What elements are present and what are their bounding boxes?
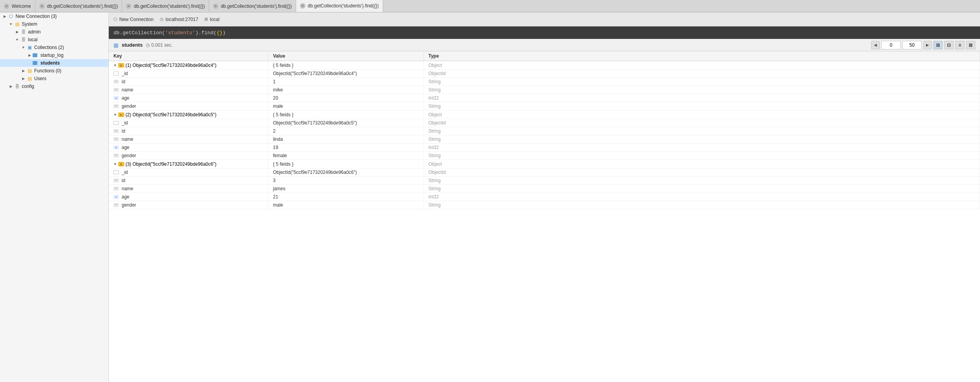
admin-arrow-icon: ▶ (14, 29, 20, 35)
results-bar: ▦ students ◷ 0.001 sec. ◀ ▶ ⊞ ⊟ ≡ ⊠ (109, 39, 980, 51)
field-type-cell: String (424, 135, 980, 144)
table-row: ""namemikeString (109, 86, 980, 94)
query-bar[interactable]: db.getCollection('students').find({}) (109, 26, 980, 39)
tab-1[interactable]: ✕ db.getCollection('students').find({}) (35, 0, 122, 12)
pagination-size-input[interactable] (902, 41, 922, 49)
tab-2[interactable]: ✕ db.getCollection('students').find({}) (122, 0, 209, 12)
field-key-label: ""name (113, 186, 263, 191)
doc-type-cell: Object (424, 160, 980, 168)
table-row: #age20Int32 (109, 94, 980, 102)
field-key-label: _id (113, 71, 263, 76)
table-row: ""id3String (109, 177, 980, 185)
field-type-cell: String (424, 177, 980, 185)
field-type-cell: String (424, 201, 980, 209)
tab-3[interactable]: ✕ db.getCollection('students').find({}) (209, 0, 296, 12)
view-text-button[interactable]: ≡ (955, 41, 964, 49)
field-type-cell: String (424, 102, 980, 110)
pagination-prev-button[interactable]: ◀ (871, 41, 880, 49)
field-key-cell: _id (109, 119, 268, 127)
row-arrow-icon: ▼ (113, 162, 117, 166)
doc-icon: ⊙ (118, 162, 124, 166)
row-expander[interactable]: ▼ ⊙ (3) ObjectId("5ccf9e717320249bde96a0… (113, 161, 216, 167)
sidebar-item-students[interactable]: ▶ students (0, 59, 108, 67)
row-arrow-icon: ▼ (113, 113, 117, 117)
tab-1-label: db.getCollection('students').find({}) (47, 4, 118, 9)
connection-label: New Connection (3) (16, 14, 57, 19)
sidebar-functions-label: Functions (0) (34, 68, 61, 74)
sidebar-item-collections[interactable]: ▼ ▣ Collections (2) (0, 44, 108, 51)
field-value-cell: 19 (268, 144, 424, 152)
tab-4[interactable]: ✕ db.getCollection('students').find({}) (296, 0, 383, 12)
field-str-icon: "" (113, 129, 119, 133)
connection-name: ⬡ New Connection (113, 17, 153, 22)
field-key-label: ""id (113, 79, 263, 84)
field-num-icon: # (113, 195, 119, 199)
tab-3-close-icon[interactable]: ✕ (213, 4, 218, 9)
field-key-cell: ""id (109, 177, 268, 185)
field-key-label: ""gender (113, 153, 263, 158)
sidebar-admin-label: admin (28, 29, 41, 35)
field-value-cell: james (268, 185, 424, 193)
db-icon: ⊞ (204, 17, 208, 22)
table-row: ""namejamesString (109, 185, 980, 193)
database-name: ⊞ local (204, 17, 220, 22)
sidebar-item-startup-log[interactable]: ▶ startup_log (0, 51, 108, 59)
field-str-icon: "" (113, 137, 119, 141)
query-brace: {} (216, 30, 223, 36)
doc-type-cell: Object (424, 61, 980, 70)
admin-db-icon: 🗄 (20, 29, 26, 35)
tab-welcome[interactable]: ✕ Welcome (0, 0, 35, 12)
connection-icon: ⬡ (8, 13, 14, 19)
doc-key-label: (2) ObjectId("5ccf9e717320249bde96a0c5") (126, 112, 216, 117)
tab-4-label: db.getCollection('students').find({}) (308, 3, 379, 9)
field-key-cell: #age (109, 94, 268, 102)
clock-icon: ◷ (146, 42, 150, 48)
tab-2-label: db.getCollection('students').find({}) (134, 4, 205, 9)
sidebar-startup-log-label: startup_log (40, 53, 63, 58)
field-key-label: _id (113, 120, 263, 126)
results-time: ◷ 0.001 sec. (146, 42, 173, 48)
field-str-icon: "" (113, 187, 119, 191)
results-info: ▦ students ◷ 0.001 sec. (113, 42, 868, 48)
view-table-button[interactable]: ⊞ (933, 41, 943, 49)
system-folder-icon: ▤ (14, 21, 20, 27)
startup-log-arrow-icon: ▶ (26, 52, 33, 58)
sidebar-item-admin[interactable]: ▶ 🗄 admin (0, 28, 108, 36)
view-custom-button[interactable]: ⊠ (966, 41, 975, 49)
view-tree-button[interactable]: ⊟ (944, 41, 954, 49)
tab-4-close-icon[interactable]: ✕ (300, 3, 305, 9)
sidebar-item-functions[interactable]: ▶ ▤ Functions (0) (0, 67, 108, 75)
field-key-label: ""id (113, 128, 263, 134)
field-key-cell: ""name (109, 86, 268, 94)
server-address: ◷ localhost:27017 (160, 17, 198, 22)
field-str-icon: "" (113, 88, 119, 92)
query-text: db.getCollection('students').find({}) (113, 30, 226, 36)
pagination-start-input[interactable] (881, 41, 901, 49)
field-key-cell: ""gender (109, 201, 268, 209)
tab-3-label: db.getCollection('students').find({}) (221, 4, 292, 9)
sidebar-connection-root[interactable]: ▶ ⬡ New Connection (3) (0, 12, 108, 20)
field-type-cell: String (424, 86, 980, 94)
pagination-next-button[interactable]: ▶ (923, 41, 932, 49)
table-row: ""id1String (109, 78, 980, 86)
sidebar-item-config[interactable]: ▶ 🗄 config (0, 82, 108, 90)
row-expander[interactable]: ▼ ⊙ (2) ObjectId("5ccf9e717320249bde96a0… (113, 112, 216, 117)
tab-bar: ✕ Welcome ✕ db.getCollection('students')… (0, 0, 980, 12)
doc-type-cell: Object (424, 110, 980, 119)
field-key-cell: ""id (109, 127, 268, 135)
sidebar-item-users[interactable]: ▶ ▤ Users (0, 75, 108, 82)
field-type-cell: Int32 (424, 144, 980, 152)
sidebar-item-system[interactable]: ▼ ▤ System (0, 20, 108, 28)
tab-1-close-icon[interactable]: ✕ (39, 4, 45, 9)
tab-close-icon[interactable]: ✕ (4, 4, 9, 9)
students-collection-icon (33, 61, 37, 65)
field-num-icon: # (113, 145, 119, 149)
sidebar-system-label: System (22, 21, 37, 27)
server-address-label: localhost:27017 (166, 17, 198, 22)
connection-name-label: New Connection (119, 17, 153, 22)
sidebar: ▶ ⬡ New Connection (3) ▼ ▤ System ▶ 🗄 ad… (0, 12, 109, 382)
tab-2-close-icon[interactable]: ✕ (126, 4, 131, 9)
sidebar-item-local[interactable]: ▼ 🗄 local (0, 36, 108, 44)
row-expander[interactable]: ▼ ⊙ (1) ObjectId("5ccf9e717320249bde96a0… (113, 63, 216, 68)
field-value-cell: 2 (268, 127, 424, 135)
